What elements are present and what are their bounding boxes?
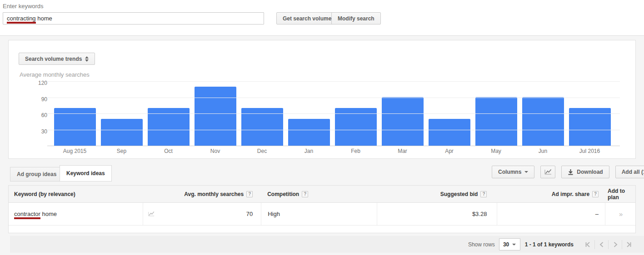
x-axis-label: May [473, 148, 519, 154]
columns-label: Columns [498, 169, 521, 175]
gridline [47, 130, 620, 130]
chart-bar [522, 97, 564, 146]
chevron-down-icon [512, 244, 516, 245]
line-chart-icon [544, 169, 552, 175]
previous-page-button[interactable] [594, 240, 608, 249]
x-axis-label: Jun [519, 148, 566, 154]
tab-ad-group-ideas[interactable]: Ad group ideas [10, 167, 63, 181]
chart-bar [475, 97, 517, 146]
header-ad-impr-share[interactable]: Ad impr. share ? [497, 186, 605, 202]
tab-keyword-ideas[interactable]: Keyword ideas [60, 165, 112, 181]
show-rows-label: Show rows [468, 241, 495, 248]
gridline [47, 81, 620, 82]
header-add-to-plan: Add to plan [605, 186, 635, 202]
x-axis-line [47, 146, 620, 146]
avg-monthly-searches-cell: 70 [143, 203, 261, 225]
table-row: contractor home 70 High $3.28 – » [9, 203, 635, 226]
table-header-row: Keyword (by relevance) Avg. monthly sear… [9, 186, 635, 203]
x-axis-label: Mar [379, 148, 426, 154]
columns-button[interactable]: Columns [492, 166, 534, 178]
gridline [47, 113, 620, 114]
chart-title: Average monthly searches [20, 71, 90, 78]
download-label: Download [577, 169, 603, 175]
trend-chart-icon[interactable] [148, 211, 155, 217]
first-page-button[interactable] [581, 240, 594, 249]
next-page-button[interactable] [608, 240, 622, 249]
first-page-icon [584, 241, 591, 248]
modify-search-button[interactable]: Modify search [331, 12, 381, 25]
header-avg-label: Avg. monthly searches [184, 191, 244, 197]
header-competition[interactable]: Competition ? [261, 186, 377, 202]
x-axis-label: Apr [426, 148, 473, 154]
chart-bar [101, 119, 143, 146]
y-tick-label: 90 [20, 96, 47, 103]
help-icon[interactable]: ? [302, 191, 308, 197]
chart-bar [288, 119, 330, 146]
chart-bar [195, 87, 236, 146]
header-add-to-plan-label: Add to plan [608, 188, 633, 201]
keyword-cell: contractor home [9, 203, 143, 225]
chevron-left-icon [599, 241, 605, 248]
trend-selector-label: Search volume trends [25, 56, 82, 62]
avg-monthly-searches-value: 70 [246, 211, 253, 217]
rows-per-page-select[interactable]: 30 [499, 238, 520, 250]
x-axis-label: Nov [192, 148, 239, 154]
header-suggested-bid[interactable]: Suggested bid ? [377, 186, 497, 202]
help-icon[interactable]: ? [480, 191, 487, 197]
y-tick-label: 120 [20, 79, 47, 87]
get-search-volume-button[interactable]: Get search volume [276, 12, 338, 25]
input-value-rest: home [36, 15, 52, 22]
keyword-ideas-table: Keyword (by relevance) Avg. monthly sear… [8, 185, 636, 233]
chart-bar [382, 97, 424, 146]
header-keyword-label: Keyword (by relevance) [14, 191, 75, 197]
x-axis-label: Feb [332, 148, 379, 154]
rows-per-page-value: 30 [503, 241, 509, 248]
chart-view-button[interactable] [540, 166, 555, 178]
add-to-plan-icon[interactable]: » [619, 210, 622, 218]
keyword-rest: home [40, 211, 57, 217]
help-icon[interactable]: ? [592, 191, 599, 197]
chevron-down-icon [524, 171, 528, 173]
chart-bar [429, 119, 470, 146]
keywords-input-value: contracting home [7, 15, 52, 22]
search-volume-trends-panel: Search volume trends Average monthly sea… [8, 40, 636, 159]
x-axis-labels: Aug 2015SepOctNovDecJanFebMarAprMayJunJu… [51, 148, 613, 154]
competition-cell: High [261, 203, 377, 225]
add-to-plan-cell: » [605, 203, 635, 225]
download-button[interactable]: Download [561, 166, 609, 178]
updown-sort-icon [85, 56, 89, 62]
pagination-controls [581, 240, 635, 249]
header-competition-label: Competition [267, 191, 299, 197]
header-keyword[interactable]: Keyword (by relevance) [9, 191, 143, 197]
gridline [47, 98, 620, 98]
x-axis-label: Jan [285, 148, 332, 154]
pagination-range-text: 1 - 1 of 1 keywords [525, 241, 574, 248]
x-axis-label: Jul 2016 [566, 148, 613, 154]
x-axis-label: Dec [239, 148, 285, 154]
keywords-input[interactable]: contracting home [3, 12, 264, 25]
ad-impr-share-cell: – [497, 203, 605, 225]
last-page-icon [626, 241, 632, 248]
misspelled-keyword: contractor [14, 211, 40, 219]
results-toolbar: Columns Download Add all (1) [492, 166, 644, 178]
enter-keywords-label: Enter keywords [3, 3, 44, 10]
last-page-button[interactable] [622, 240, 635, 249]
x-axis-label: Sep [98, 148, 145, 154]
table-footer: Show rows 30 1 - 1 of 1 keywords [10, 236, 644, 253]
x-axis-label: Oct [145, 148, 192, 154]
download-icon [568, 169, 574, 175]
y-tick-label: 30 [20, 128, 47, 135]
suggested-bid-cell: $3.28 [377, 203, 497, 225]
chevron-right-icon [612, 241, 619, 248]
trend-type-selector[interactable]: Search volume trends [19, 53, 95, 65]
help-icon[interactable]: ? [246, 191, 253, 197]
y-tick-label: 60 [20, 112, 47, 119]
x-axis-label: Aug 2015 [51, 148, 98, 154]
header-suggested-bid-label: Suggested bid [440, 191, 478, 197]
add-all-button[interactable]: Add all (1) [615, 166, 644, 178]
header-avg-monthly-searches[interactable]: Avg. monthly searches ? [143, 186, 261, 202]
header-ad-impr-label: Ad impr. share [552, 191, 589, 197]
misspelled-word: contracting [7, 15, 36, 24]
